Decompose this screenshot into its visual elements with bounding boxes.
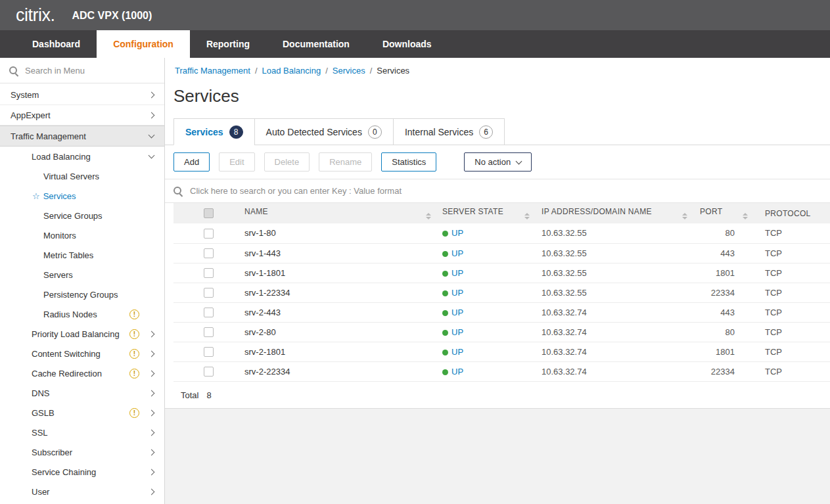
column-header-protocol: PROTOCOL bbox=[754, 203, 830, 223]
sidebar-item-load-balancing[interactable]: Load Balancing bbox=[0, 147, 164, 166]
sort-icon[interactable] bbox=[524, 213, 530, 219]
sidebar-item-gslb[interactable]: GSLB! bbox=[0, 403, 164, 423]
table-row[interactable]: srv-2-1801 UP 10.63.32.74 1801 TCP bbox=[173, 342, 830, 361]
state-up-dot-icon bbox=[442, 310, 448, 316]
breadcrumb-link-load-balancing[interactable]: Load Balancing bbox=[262, 66, 321, 76]
state-up-label: UP bbox=[451, 347, 463, 357]
chevron-right-icon bbox=[148, 331, 154, 337]
sort-icon[interactable] bbox=[743, 213, 748, 219]
table-row[interactable]: srv-1-22334 UP 10.63.32.55 22334 TCP bbox=[173, 283, 830, 302]
chevron-right-icon bbox=[148, 409, 154, 416]
cell-ip-address: 10.63.32.74 bbox=[536, 342, 694, 361]
nav-tab-configuration[interactable]: Configuration bbox=[97, 30, 190, 58]
row-checkbox[interactable] bbox=[204, 347, 214, 357]
state-up-label: UP bbox=[451, 308, 463, 317]
sidebar-item-service-chaining[interactable]: Service Chaining bbox=[0, 462, 164, 482]
tab-services[interactable]: Services 8 bbox=[173, 118, 255, 145]
cell-port: 1801 bbox=[694, 263, 754, 283]
delete-button[interactable]: Delete bbox=[264, 152, 310, 172]
main-nav: Dashboard Configuration Reporting Docume… bbox=[0, 30, 830, 58]
sidebar-item-label: Monitors bbox=[43, 231, 76, 241]
cell-protocol: TCP bbox=[754, 283, 830, 302]
sort-icon[interactable] bbox=[682, 213, 687, 219]
table-row[interactable]: srv-2-80 UP 10.63.32.74 80 TCP bbox=[173, 322, 830, 342]
row-checkbox[interactable] bbox=[204, 248, 214, 258]
tab-auto-detected-services[interactable]: Auto Detected Services 0 bbox=[254, 118, 394, 145]
sidebar-item-services[interactable]: ☆Services bbox=[0, 186, 164, 206]
breadcrumb-link-services[interactable]: Services bbox=[333, 66, 365, 76]
row-checkbox[interactable] bbox=[204, 288, 214, 298]
cell-protocol: TCP bbox=[754, 302, 830, 322]
sidebar-item-monitors[interactable]: Monitors bbox=[0, 225, 164, 245]
sidebar-item-content-switching[interactable]: Content Switching! bbox=[0, 344, 164, 363]
breadcrumb-link-traffic-management[interactable]: Traffic Management bbox=[175, 66, 250, 76]
sidebar-item-label: SSL bbox=[32, 428, 48, 438]
chevron-down-icon bbox=[148, 152, 154, 159]
statistics-button[interactable]: Statistics bbox=[381, 152, 436, 172]
sidebar-item-traffic-management[interactable]: Traffic Management bbox=[0, 126, 164, 147]
sidebar-item-metric-tables[interactable]: Metric Tables bbox=[0, 245, 164, 265]
no-action-dropdown[interactable]: No action bbox=[464, 152, 532, 172]
sidebar-item-virtual-servers[interactable]: Virtual Servers bbox=[0, 166, 164, 186]
sidebar-item-subscriber[interactable]: Subscriber bbox=[0, 442, 164, 462]
sidebar-item-persistency-groups[interactable]: Persistency Groups bbox=[0, 285, 164, 304]
state-up-label: UP bbox=[451, 367, 463, 377]
app-header: citrix. ADC VPX (1000) bbox=[0, 0, 830, 30]
menu-search-input[interactable] bbox=[25, 66, 155, 76]
sidebar-item-radius-nodes[interactable]: Radius Nodes! bbox=[0, 304, 164, 324]
sidebar-item-cache-redirection[interactable]: Cache Redirection! bbox=[0, 363, 164, 383]
chevron-right-icon bbox=[148, 449, 154, 455]
sidebar-item-dns[interactable]: DNS bbox=[0, 383, 164, 403]
tab-internal-services[interactable]: Internal Services 6 bbox=[393, 118, 505, 145]
row-checkbox[interactable] bbox=[204, 308, 214, 317]
row-checkbox[interactable] bbox=[204, 367, 214, 377]
table-row[interactable]: srv-1-1801 UP 10.63.32.55 1801 TCP bbox=[173, 263, 830, 283]
sort-icon[interactable] bbox=[426, 213, 431, 219]
breadcrumb-separator: / bbox=[370, 66, 373, 76]
edit-button[interactable]: Edit bbox=[219, 152, 254, 172]
state-up-dot-icon bbox=[442, 251, 448, 257]
table-row[interactable]: srv-2-443 UP 10.63.32.74 443 TCP bbox=[173, 302, 830, 322]
rename-button[interactable]: Rename bbox=[319, 152, 372, 172]
row-checkbox[interactable] bbox=[204, 268, 214, 278]
select-all-checkbox[interactable] bbox=[204, 208, 214, 218]
cell-server-state: UP bbox=[438, 302, 536, 322]
state-up-label: UP bbox=[451, 228, 463, 238]
table-search[interactable]: Click here to search or you can enter Ke… bbox=[165, 179, 830, 203]
sidebar-item-servers[interactable]: Servers bbox=[0, 265, 164, 285]
column-header-label: PORT bbox=[700, 207, 722, 216]
sidebar-item-ssl[interactable]: SSL bbox=[0, 423, 164, 442]
row-select-cell bbox=[173, 243, 233, 263]
chevron-slot bbox=[147, 411, 155, 415]
nav-tab-documentation[interactable]: Documentation bbox=[266, 30, 366, 58]
sidebar-item-appexpert[interactable]: AppExpert bbox=[0, 105, 164, 126]
row-checkbox[interactable] bbox=[204, 229, 214, 239]
column-header-server-state: SERVER STATE bbox=[438, 203, 536, 223]
cell-ip-address: 10.63.32.74 bbox=[536, 361, 694, 381]
cell-protocol: TCP bbox=[754, 263, 830, 283]
table-row[interactable]: srv-2-22334 UP 10.63.32.74 22334 TCP bbox=[173, 361, 830, 381]
nav-tab-downloads[interactable]: Downloads bbox=[366, 30, 448, 58]
chevron-right-icon bbox=[148, 469, 154, 475]
search-icon bbox=[173, 186, 183, 196]
sidebar-item-label: System bbox=[11, 90, 39, 100]
sidebar-item-label: Traffic Management bbox=[11, 131, 86, 141]
sidebar-item-label: Service Chaining bbox=[32, 467, 96, 477]
tab-label: Auto Detected Services bbox=[266, 127, 362, 137]
sidebar-item-user[interactable]: User bbox=[0, 482, 164, 501]
sidebar-item-service-groups[interactable]: Service Groups bbox=[0, 206, 164, 225]
row-checkbox[interactable] bbox=[204, 327, 214, 337]
table-row[interactable]: srv-1-80 UP 10.63.32.55 80 TCP bbox=[173, 223, 830, 243]
chevron-slot bbox=[147, 371, 155, 376]
table-row[interactable]: srv-1-443 UP 10.63.32.55 443 TCP bbox=[173, 243, 830, 263]
sidebar-search[interactable] bbox=[0, 58, 164, 83]
chevron-slot bbox=[147, 155, 155, 158]
sidebar-item-system[interactable]: System bbox=[0, 85, 164, 105]
state-up-label: UP bbox=[451, 327, 463, 337]
sidebar-item-priority-load-balancing[interactable]: Priority Load Balancing! bbox=[0, 324, 164, 344]
add-button[interactable]: Add bbox=[173, 152, 210, 172]
warning-icon: ! bbox=[129, 309, 139, 319]
nav-tab-reporting[interactable]: Reporting bbox=[190, 30, 266, 58]
nav-tab-dashboard[interactable]: Dashboard bbox=[16, 30, 97, 58]
cell-ip-address: 10.63.32.55 bbox=[536, 243, 694, 263]
